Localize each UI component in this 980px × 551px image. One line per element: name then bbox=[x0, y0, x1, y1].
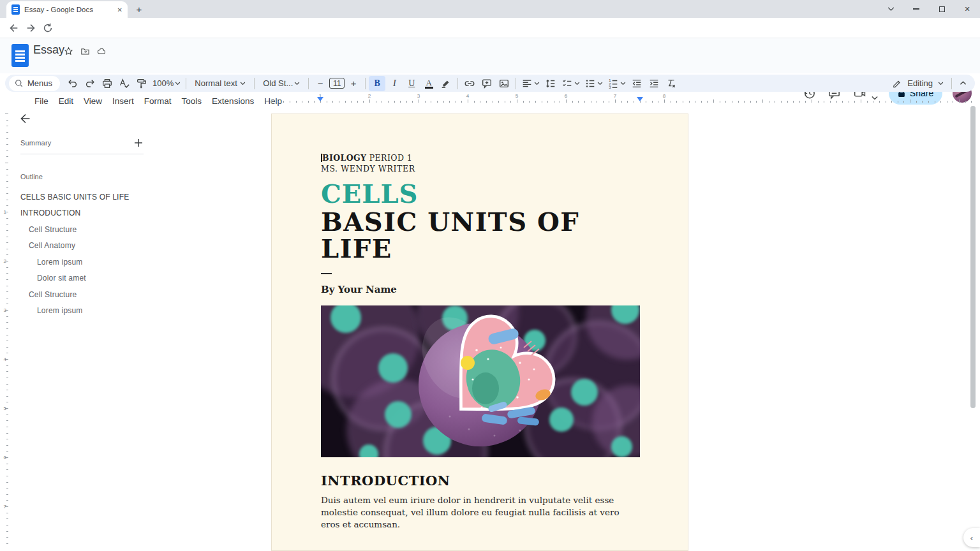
close-outline-back-icon[interactable] bbox=[19, 112, 32, 125]
outline-item[interactable]: Lorem ipsum bbox=[20, 303, 231, 320]
menu-view[interactable]: View bbox=[78, 95, 107, 107]
window-minimize-button[interactable] bbox=[903, 0, 929, 18]
vertical-ruler[interactable]: 1234567 bbox=[0, 104, 9, 551]
ruler-tick bbox=[6, 181, 8, 182]
ruler-tick bbox=[6, 335, 8, 335]
ruler-tick bbox=[296, 101, 297, 103]
ruler-tick bbox=[910, 99, 910, 103]
bold-button[interactable]: B bbox=[369, 76, 385, 91]
vertical-scrollbar[interactable] bbox=[970, 106, 976, 408]
ruler-tick bbox=[854, 101, 855, 103]
ruler-tick bbox=[928, 101, 929, 103]
ruler-tick bbox=[664, 99, 665, 103]
menu-extensions[interactable]: Extensions bbox=[207, 95, 259, 107]
reload-icon[interactable] bbox=[42, 22, 54, 34]
ruler-tick bbox=[861, 99, 861, 103]
star-document-icon[interactable] bbox=[64, 47, 73, 56]
outline-item[interactable]: Cell Structure bbox=[20, 286, 231, 303]
ruler-tick bbox=[603, 101, 604, 103]
menus-search-button[interactable]: Menus bbox=[9, 76, 60, 91]
cell-illustration-image[interactable] bbox=[321, 305, 640, 457]
menu-tools[interactable]: Tools bbox=[177, 95, 207, 107]
bulleted-list-select[interactable] bbox=[583, 76, 605, 91]
window-close-button[interactable]: ✕ bbox=[954, 0, 980, 18]
add-comment-button[interactable] bbox=[479, 76, 495, 91]
font-size-input[interactable]: 11 bbox=[329, 78, 345, 89]
ruler-tick bbox=[437, 101, 438, 103]
zoom-select[interactable]: 100% bbox=[151, 76, 182, 91]
ruler-tick bbox=[701, 101, 702, 103]
undo-button[interactable] bbox=[64, 76, 81, 91]
ruler-tick bbox=[812, 99, 812, 103]
left-indent-marker[interactable] bbox=[317, 97, 323, 101]
outline-item[interactable]: INTRODUCTION bbox=[20, 205, 231, 222]
align-select[interactable] bbox=[519, 76, 542, 91]
increase-indent-button[interactable] bbox=[646, 76, 662, 91]
redo-button[interactable] bbox=[82, 76, 98, 91]
chevron-down-icon bbox=[597, 80, 603, 86]
window-restore-button[interactable] bbox=[929, 0, 954, 18]
increase-font-size-button[interactable]: + bbox=[345, 76, 362, 91]
decrease-font-size-button[interactable]: − bbox=[312, 76, 329, 91]
outline-item[interactable]: Dolor sit amet bbox=[20, 270, 231, 287]
underline-button[interactable]: U bbox=[403, 76, 420, 91]
ruler-number: 6 bbox=[4, 455, 6, 460]
ruler-tick bbox=[818, 101, 819, 103]
menu-file[interactable]: File bbox=[29, 95, 54, 107]
insert-link-button[interactable] bbox=[461, 76, 478, 91]
summary-divider bbox=[20, 154, 144, 154]
forward-icon[interactable] bbox=[26, 22, 37, 34]
paint-format-button[interactable] bbox=[133, 76, 150, 91]
menu-insert[interactable]: Insert bbox=[107, 95, 139, 107]
outline-item[interactable]: CELLS BASIC UNITS OF LIFE bbox=[20, 189, 231, 205]
italic-icon: I bbox=[393, 78, 396, 89]
outline-item[interactable]: Lorem ipsum bbox=[20, 254, 231, 270]
add-summary-icon[interactable] bbox=[133, 138, 144, 148]
decrease-indent-button[interactable] bbox=[628, 76, 645, 91]
spellcheck-button[interactable] bbox=[116, 76, 133, 91]
ruler-tick bbox=[566, 99, 567, 103]
ruler-tick bbox=[6, 316, 8, 317]
increase-indent-icon bbox=[648, 78, 660, 89]
browser-tab-strip: Essay - Google Docs ✕ + ✕ bbox=[0, 0, 980, 18]
font-family-select[interactable]: Old St... bbox=[258, 76, 305, 91]
ruler-number: 6 bbox=[565, 93, 567, 99]
ruler-tick bbox=[431, 101, 431, 103]
tab-search-icon[interactable] bbox=[878, 0, 903, 18]
outline-item[interactable]: Cell Structure bbox=[20, 221, 231, 238]
horizontal-ruler[interactable]: 12345678 bbox=[267, 93, 976, 103]
docs-logo-icon[interactable] bbox=[11, 44, 29, 67]
insert-image-button[interactable] bbox=[496, 76, 512, 91]
checklist-select[interactable] bbox=[560, 76, 582, 91]
back-icon[interactable] bbox=[8, 22, 19, 34]
ruler-tick bbox=[6, 371, 8, 372]
right-indent-marker[interactable] bbox=[637, 97, 643, 101]
tab-close-icon[interactable]: ✕ bbox=[117, 6, 122, 13]
ruler-tick bbox=[965, 101, 966, 103]
editing-mode-select[interactable]: Editing bbox=[887, 76, 949, 91]
menu-edit[interactable]: Edit bbox=[54, 95, 78, 107]
hide-menus-button[interactable] bbox=[954, 76, 971, 91]
browser-tab[interactable]: Essay - Google Docs ✕ bbox=[6, 1, 128, 18]
numbered-list-select[interactable]: 123 bbox=[605, 76, 628, 91]
ruler-tick bbox=[627, 101, 628, 103]
ruler-tick bbox=[584, 101, 585, 103]
outline-item[interactable]: Cell Anatomy bbox=[20, 238, 231, 254]
insert-image-icon bbox=[498, 78, 510, 89]
document-page[interactable]: BIOLOGY PERIOD 1 MS. WENDY WRITER CELLS … bbox=[271, 114, 688, 551]
ruler-tick bbox=[6, 169, 8, 170]
new-tab-button[interactable]: + bbox=[133, 3, 145, 16]
cloud-status-icon[interactable] bbox=[97, 47, 107, 56]
collapse-side-button[interactable]: ‹ bbox=[963, 528, 980, 547]
italic-button[interactable]: I bbox=[386, 76, 403, 91]
highlight-color-button[interactable] bbox=[438, 76, 454, 91]
paragraph-style-select[interactable]: Normal text bbox=[189, 76, 251, 91]
clear-formatting-button[interactable] bbox=[663, 76, 679, 91]
line-spacing-button[interactable] bbox=[542, 76, 559, 91]
text-color-button[interactable]: A bbox=[420, 76, 437, 91]
move-folder-icon[interactable] bbox=[80, 47, 90, 56]
document-title[interactable]: Essay bbox=[33, 43, 64, 57]
ruler-tick bbox=[6, 273, 8, 274]
menu-format[interactable]: Format bbox=[139, 95, 177, 107]
print-button[interactable] bbox=[99, 76, 115, 91]
